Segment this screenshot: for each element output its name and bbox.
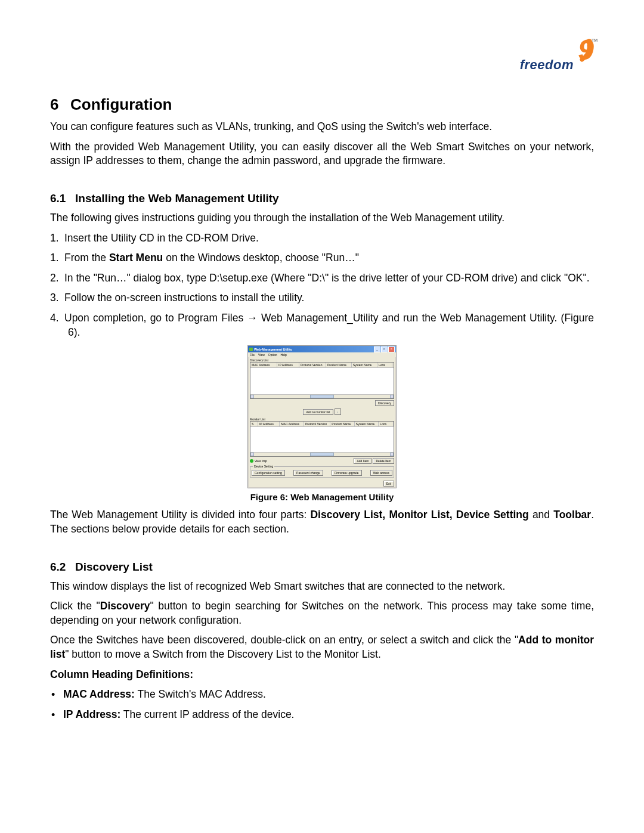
logo-text: freedom xyxy=(520,57,574,73)
add-to-monitor-button[interactable]: Add to monitor list xyxy=(303,409,333,415)
subsection-heading-install: 6.1Installing the Web Management Utility xyxy=(50,192,594,205)
menu-item[interactable]: Help xyxy=(281,353,287,357)
delete-item-button[interactable]: Delete Item xyxy=(373,458,394,464)
column-header[interactable]: Loca xyxy=(379,422,394,426)
view-trap-indicator[interactable]: View trap xyxy=(250,459,267,463)
column-header[interactable]: S xyxy=(250,422,258,426)
install-step: 4.Upon completion, go to Program Files →… xyxy=(50,311,594,339)
column-header[interactable]: Product Name xyxy=(326,363,352,367)
discovery-listbox[interactable]: MAC AddressIP AddressProtocol VersionPro… xyxy=(250,362,394,399)
intro-p2: With the provided Web Management Utility… xyxy=(50,140,594,168)
scroll-left-icon[interactable] xyxy=(250,453,254,456)
install-step: 2.In the "Run…" dialog box, type D:\setu… xyxy=(50,271,594,286)
intro-p1: You can configure features such as VLANs… xyxy=(50,120,594,134)
subsection-title: Discovery List xyxy=(75,561,153,573)
discovery-scrollbar[interactable] xyxy=(250,394,394,398)
section-heading: 6Configuration xyxy=(50,95,594,114)
figure-window: Web-Management Utility _ □ × FileViewOpt… xyxy=(247,345,397,488)
menu-item[interactable]: File xyxy=(250,353,255,357)
column-header[interactable]: IP Address xyxy=(258,422,280,426)
window-titlebar: Web-Management Utility _ □ × xyxy=(248,346,396,352)
minimize-button[interactable]: _ xyxy=(374,346,380,352)
discovery-p3: Once the Switches have been discovered, … xyxy=(50,633,594,661)
status-dot-icon xyxy=(250,459,253,463)
column-header[interactable]: System Name xyxy=(352,363,377,367)
add-down-icon[interactable]: ↓ xyxy=(335,408,341,415)
monitor-listbox[interactable]: SIP AddressMAC AddressProtocol VersionPr… xyxy=(250,421,394,457)
scroll-thumb[interactable] xyxy=(310,395,334,398)
after-figure-p1: The Web Management Utility is divided in… xyxy=(50,508,594,536)
scroll-thumb[interactable] xyxy=(310,453,334,456)
menu-item[interactable]: View xyxy=(258,353,265,357)
subsection-number: 6.1 xyxy=(50,192,75,205)
coldef-list: MAC Address: The Switch's MAC Address.IP… xyxy=(50,688,594,721)
window-title-text: Web-Management Utility xyxy=(254,348,292,351)
column-header[interactable]: Product Name xyxy=(330,422,354,426)
coldef-item: MAC Address: The Switch's MAC Address. xyxy=(63,688,594,702)
menu-item[interactable]: Option xyxy=(268,353,277,357)
firmware-upgrade-button[interactable]: Firmware upgrade xyxy=(332,470,362,476)
maximize-button[interactable]: □ xyxy=(381,346,388,352)
brand-logo: freedom 9 TM xyxy=(499,36,594,83)
column-header[interactable]: Protocol Version xyxy=(304,422,330,426)
monitor-scrollbar[interactable] xyxy=(250,452,394,456)
scroll-right-icon[interactable] xyxy=(390,453,394,456)
coldef-heading: Column Heading Definitions: xyxy=(50,668,594,682)
discovery-button[interactable]: Discovery xyxy=(375,400,394,406)
subsection-title: Installing the Web Management Utility xyxy=(75,192,279,205)
column-header[interactable]: MAC Address xyxy=(280,422,304,426)
install-lead: The following gives instructions guiding… xyxy=(50,211,594,225)
install-step: 1.Insert the Utility CD in the CD-ROM Dr… xyxy=(50,231,594,246)
logo-swoosh-icon xyxy=(568,36,594,62)
menu-bar: FileViewOptionHelp xyxy=(248,352,396,357)
section-number: 6 xyxy=(50,95,70,114)
scroll-left-icon[interactable] xyxy=(250,395,254,398)
section-title: Configuration xyxy=(70,95,172,113)
subsection-number: 6.2 xyxy=(50,561,75,574)
password-change-button[interactable]: Password change xyxy=(293,470,323,476)
column-header[interactable]: Loca xyxy=(377,363,392,367)
monitor-list-label: Monitor List xyxy=(248,416,396,421)
device-setting-legend: Device Setting xyxy=(253,465,274,468)
close-button[interactable]: × xyxy=(388,346,395,352)
add-item-button[interactable]: Add Item xyxy=(354,458,371,464)
web-access-button[interactable]: Web access xyxy=(370,470,392,476)
discovery-p2: Click the "Discovery" button to begin se… xyxy=(50,599,594,627)
discovery-list-label: Discovery List xyxy=(248,357,396,362)
config-setting-button[interactable]: Configuration setting xyxy=(252,470,285,476)
device-setting-group: Device Setting Configuration setting Pas… xyxy=(250,466,394,478)
app-icon xyxy=(249,348,253,351)
scroll-right-icon[interactable] xyxy=(390,395,394,398)
figure-caption: Figure 6: Web Management Utility xyxy=(50,492,594,502)
discovery-p1: This window displays the list of recogni… xyxy=(50,580,594,594)
install-step: 1.From the Start Menu on the Windows des… xyxy=(50,251,594,265)
exit-button[interactable]: Exit xyxy=(383,481,394,487)
coldef-item: IP Address: The current IP address of th… xyxy=(63,708,594,722)
install-steps-list: 1.Insert the Utility CD in the CD-ROM Dr… xyxy=(50,231,594,340)
column-header[interactable]: System Name xyxy=(355,422,379,426)
column-header[interactable]: MAC Address xyxy=(250,363,277,367)
subsection-heading-discovery: 6.2Discovery List xyxy=(50,561,594,574)
logo-tm: TM xyxy=(592,38,597,42)
install-step: 3.Follow the on-screen instructions to i… xyxy=(50,291,594,305)
column-header[interactable]: Protocol Version xyxy=(299,363,326,367)
column-header[interactable]: IP Address xyxy=(277,363,299,367)
